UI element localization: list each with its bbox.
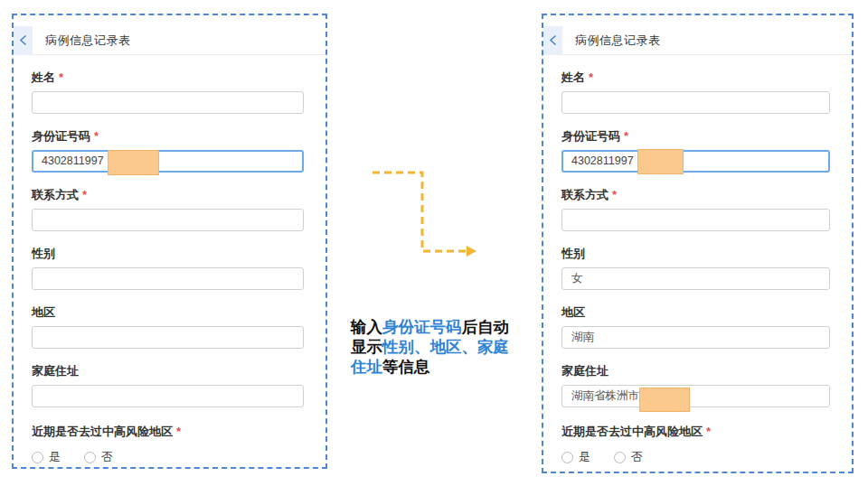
annotation-line: 输入身份证号码后自动 [351,317,532,337]
region-input[interactable]: 湖南 [561,326,830,349]
contact-input[interactable] [561,209,830,231]
field-label: 身份证号码* [32,129,304,143]
risk-area-question: 近期是否去过中高风险地区* 是 否 [561,425,830,465]
radio-row: 是 否 [32,449,304,465]
label-text: 家庭住址 [561,364,609,378]
form-screen-before: 病例信息记录表 姓名* 身份证号码* 4302811997 联系方式* 性别 地… [12,14,327,469]
form-body: 姓名* 身份证号码* 4302811997 联系方式* 性别 地区 家庭住址 近… [14,70,326,465]
risk-area-question: 近期是否去过中高风险地区* 是 否 [32,425,304,465]
region-input[interactable] [32,326,304,349]
address-input[interactable]: 湖南省株洲市 [561,385,830,407]
required-asterisk: * [624,129,628,143]
field-label: 家庭住址 [561,364,830,378]
input-value: 湖南省株洲市 [571,389,639,402]
back-chevron-icon [549,34,557,46]
contact-input[interactable] [32,209,304,231]
name-input[interactable] [561,91,830,114]
navbar: 病例信息记录表 [543,26,852,55]
field-group-address: 家庭住址 [32,364,304,407]
radio-circle-icon [32,452,43,463]
label-text: 身份证号码 [561,129,620,143]
name-input[interactable] [32,91,304,114]
radio-yes[interactable]: 是 [561,449,590,465]
back-chevron-icon [19,34,27,46]
radio-no[interactable]: 否 [614,449,643,465]
annotation-line: 显示性别、地区、家庭 [351,337,532,357]
input-value: 4302811997 [571,154,634,167]
radio-circle-icon [614,452,626,463]
label-text: 家庭住址 [32,364,79,378]
field-group-region: 地区 湖南 [561,305,830,349]
label-text: 姓名 [32,70,55,84]
radio-no[interactable]: 否 [84,449,113,465]
flow-arrow [367,167,486,261]
radio-row: 是 否 [561,449,830,465]
radio-circle-icon [84,452,96,463]
field-label: 联系方式* [32,188,304,201]
input-value: 湖南 [571,331,594,343]
field-label: 性别 [32,247,304,260]
field-group-id-number: 身份证号码* 4302811997 [32,129,304,173]
redaction-block [637,149,684,174]
navbar: 病例信息记录表 [14,26,326,55]
label-text: 近期是否去过中高风险地区 [32,425,173,438]
redaction-block [639,388,690,412]
label-text: 近期是否去过中高风险地区 [561,425,703,438]
annotation-text: 输入身份证号码后自动 显示性别、地区、家庭 住址等信息 [351,317,532,377]
field-label: 地区 [32,305,304,319]
radio-label: 否 [631,449,643,465]
field-label: 家庭住址 [32,364,304,378]
id-number-input[interactable]: 4302811997 [32,150,304,173]
required-asterisk: * [589,70,593,84]
field-group-region: 地区 [32,305,304,349]
required-asterisk: * [82,188,87,201]
field-label: 近期是否去过中高风险地区* [32,425,304,438]
field-group-name: 姓名* [561,70,830,114]
label-text: 性别 [561,247,585,260]
required-asterisk: * [612,188,617,201]
required-asterisk: * [59,70,63,84]
radio-yes[interactable]: 是 [32,449,61,465]
label-text: 地区 [32,305,55,319]
form-screen-after: 病例信息记录表 姓名* 身份证号码* 4302811997 联系方式* 性别 女… [542,14,854,473]
back-button[interactable] [543,26,562,55]
page-title: 病例信息记录表 [45,33,131,49]
form-body: 姓名* 身份证号码* 4302811997 联系方式* 性别 女 地区 湖南 家… [543,70,852,465]
id-number-input[interactable]: 4302811997 [561,150,830,173]
required-asterisk: * [94,129,99,143]
label-text: 身份证号码 [32,129,90,143]
field-label: 身份证号码* [561,129,830,143]
field-group-address: 家庭住址 湖南省株洲市 [561,364,830,407]
annotation-line: 住址等信息 [351,357,532,377]
field-label: 联系方式* [561,188,830,201]
label-text: 地区 [561,305,585,319]
field-group-gender: 性别 [32,247,304,290]
field-group-id-number: 身份证号码* 4302811997 [561,129,830,173]
field-label: 性别 [561,247,830,260]
field-group-gender: 性别 女 [561,247,830,290]
redaction-block [108,150,159,175]
radio-label: 是 [579,449,590,465]
label-text: 联系方式 [561,188,609,201]
field-label: 姓名* [32,70,304,84]
label-text: 性别 [32,247,55,260]
page-title: 病例信息记录表 [575,33,661,49]
input-value: 4302811997 [42,154,104,167]
field-group-contact: 联系方式* [561,188,830,231]
gender-input[interactable] [32,267,304,290]
label-text: 联系方式 [32,188,79,201]
label-text: 姓名 [561,70,585,84]
radio-label: 是 [49,449,61,465]
arrowhead-icon [467,246,476,257]
field-label: 地区 [561,305,830,319]
radio-circle-icon [561,452,573,463]
radio-label: 否 [101,449,113,465]
field-group-name: 姓名* [32,70,304,114]
input-value: 女 [571,272,583,285]
field-group-contact: 联系方式* [32,188,304,231]
address-input[interactable] [32,385,304,407]
back-button[interactable] [14,26,33,55]
field-label: 近期是否去过中高风险地区* [561,425,830,438]
field-label: 姓名* [561,70,830,84]
gender-input[interactable]: 女 [561,267,830,290]
